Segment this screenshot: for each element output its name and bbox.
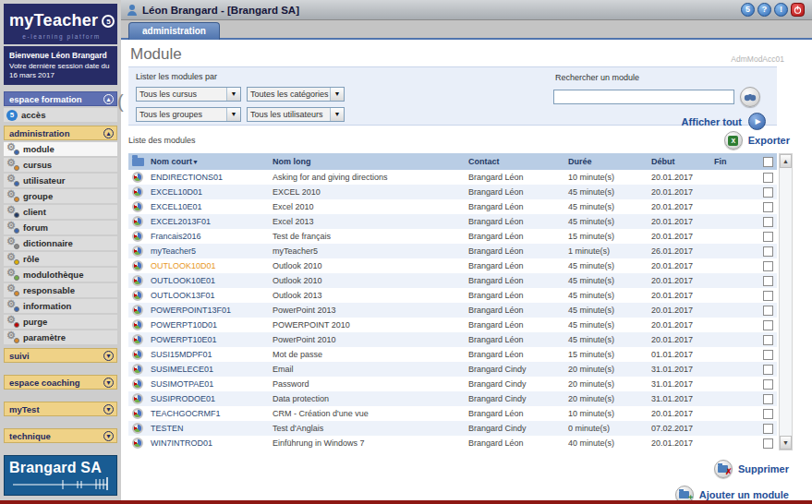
- table-row[interactable]: OUTLOOK10E01 Outlook 2010 Brangard Léon …: [128, 273, 777, 288]
- row-checkbox[interactable]: [763, 187, 773, 198]
- row-checkbox[interactable]: [763, 276, 773, 286]
- info-icon[interactable]: !: [774, 3, 788, 17]
- utilisateur-select[interactable]: Tous les utilisateurs ▼: [247, 107, 345, 122]
- play-icon[interactable]: ▶: [748, 113, 766, 130]
- cell-contact: Brangard Léon: [465, 303, 564, 318]
- row-checkbox[interactable]: [763, 409, 773, 419]
- cell-debut: 20.01.2017: [648, 288, 710, 303]
- sidebar-item-responsable[interactable]: ⚙responsable: [4, 283, 117, 297]
- sidebar-section-mytest[interactable]: myTest▼: [4, 402, 117, 416]
- row-checkbox[interactable]: [763, 217, 773, 227]
- cell-debut: 20.01.2017: [648, 170, 710, 185]
- row-checkbox[interactable]: [763, 350, 773, 360]
- cell-nom-court: SUSIPRODOE01: [151, 394, 215, 403]
- table-row[interactable]: POWERPT10D01 POWERPOINT 2010 Brangard Lé…: [128, 318, 777, 332]
- col-nom-court[interactable]: Nom court▼: [147, 153, 269, 170]
- badge-5-icon[interactable]: 5: [741, 3, 755, 17]
- table-row[interactable]: SUSIMOTPAE01 Password Brangard Cindy 20 …: [128, 377, 777, 391]
- delete-button[interactable]: ✗ Supprimer: [714, 460, 789, 478]
- sidebar-item-modulotheque[interactable]: ⚙modulothèque: [4, 268, 117, 282]
- table-row[interactable]: POWERPOINT13F01 PowerPoint 2013 Brangard…: [128, 303, 777, 318]
- table-row[interactable]: SUSIMELECE01 Email Brangard Cindy 20 min…: [128, 362, 777, 377]
- sidebar-section-espace-formation[interactable]: espace formation▲: [4, 91, 117, 106]
- table-row[interactable]: EXCEL10D01 EXCEL 2010 Brangard Léon 45 m…: [128, 185, 777, 199]
- scroll-up-icon[interactable]: ▲: [780, 154, 792, 168]
- sidebar-item-purge[interactable]: ⚙purge: [4, 315, 117, 329]
- sidebar-section-espace-coaching[interactable]: espace coaching▼: [4, 375, 117, 390]
- row-checkbox[interactable]: [763, 232, 773, 242]
- row-checkbox[interactable]: [763, 246, 773, 257]
- row-checkbox[interactable]: [763, 438, 773, 449]
- table-row[interactable]: SUSI15MDPF01 Mot de passe Brangard Léon …: [128, 347, 777, 362]
- table-row[interactable]: TEACHGOCRMF1 CRM - Création d'une vue Br…: [128, 406, 777, 421]
- search-input[interactable]: [553, 90, 734, 104]
- row-checkbox[interactable]: [763, 394, 773, 404]
- chevron-down-icon[interactable]: ▼: [226, 88, 240, 101]
- table-row[interactable]: EXCEL2013F01 Excel 2013 Brangard Léon 45…: [128, 214, 777, 229]
- sidebar-item-cursus[interactable]: ⚙cursus: [4, 158, 117, 172]
- col-duree[interactable]: Durée: [564, 153, 648, 170]
- select-all-checkbox[interactable]: [763, 157, 773, 167]
- row-checkbox[interactable]: [763, 335, 773, 345]
- chevron-down-icon[interactable]: ▼: [330, 108, 344, 121]
- col-contact[interactable]: Contact: [465, 153, 564, 170]
- table-scrollbar[interactable]: ▲ ▼: [779, 153, 793, 450]
- help-icon[interactable]: ?: [757, 3, 771, 17]
- table-row[interactable]: OUTLOOK13F01 Outlook 2013 Brangard Léon …: [128, 288, 777, 303]
- col-debut[interactable]: Début: [648, 153, 710, 170]
- col-nom-long[interactable]: Nom long: [269, 153, 465, 170]
- chevron-down-icon[interactable]: ▼: [226, 108, 240, 121]
- sidebar-item-role[interactable]: ⚙rôle: [4, 252, 117, 266]
- export-button[interactable]: X Exporter: [724, 131, 790, 150]
- table-row[interactable]: SUSIPRODOE01 Data protection Brangard Ci…: [128, 391, 777, 406]
- table-row[interactable]: Francais2016 Test de français Brangard L…: [128, 229, 777, 244]
- row-checkbox[interactable]: [763, 320, 773, 330]
- table-row[interactable]: WIN7INTROD01 Einführung in Windows 7 Bra…: [128, 436, 777, 450]
- search-button[interactable]: [740, 87, 760, 107]
- categorie-select[interactable]: Toutes les catégories ▼: [247, 87, 345, 102]
- row-checkbox[interactable]: [763, 424, 773, 434]
- row-checkbox[interactable]: [763, 306, 773, 316]
- table-row[interactable]: TESTEN Test d'Anglais Brangard Cindy 0 m…: [128, 421, 777, 436]
- table-row[interactable]: myTeacher5 myTeacher5 Brangard Léon 1 mi…: [128, 244, 777, 258]
- row-checkbox[interactable]: [763, 365, 773, 375]
- sidebar-section-administration[interactable]: administration▲: [4, 126, 117, 140]
- row-checkbox[interactable]: [763, 379, 773, 390]
- cell-nom-long: CRM - Création d'une vue: [269, 406, 465, 421]
- sidebar-item-information[interactable]: ⚙information: [4, 299, 117, 313]
- expand-icon[interactable]: ▼: [103, 431, 114, 441]
- row-checkbox[interactable]: [763, 261, 773, 271]
- col-fin[interactable]: Fin: [710, 153, 758, 170]
- sidebar-item-forum[interactable]: ⚙forum: [4, 221, 117, 234]
- cell-fin: [710, 332, 758, 347]
- sidebar-item-client[interactable]: ⚙client: [4, 205, 117, 219]
- sidebar-item-parametre[interactable]: ⚙paramètre: [4, 330, 117, 344]
- cursus-select[interactable]: Tous les cursus ▼: [136, 87, 241, 102]
- row-checkbox[interactable]: [763, 291, 773, 301]
- groupe-select[interactable]: Tous les groupes ▼: [136, 107, 241, 122]
- sidebar-section-technique[interactable]: technique▼: [4, 428, 117, 443]
- sidebar-item-dictionnaire[interactable]: ⚙dictionnaire: [4, 236, 117, 250]
- sidebar-item-module[interactable]: ⚙module: [4, 142, 117, 156]
- chevron-down-icon[interactable]: ▼: [330, 88, 344, 101]
- scroll-down-icon[interactable]: ▼: [780, 436, 792, 450]
- table-row[interactable]: ENDIRECTIONS01 Asking for and giving dir…: [128, 170, 777, 185]
- table-row[interactable]: OUTLOOK10D01 Outlook 2010 Brangard Léon …: [128, 258, 777, 273]
- row-checkbox[interactable]: [763, 202, 773, 212]
- show-all-link[interactable]: Afficher tout: [682, 116, 742, 127]
- sidebar-item-groupe[interactable]: ⚙groupe: [4, 189, 117, 203]
- sidebar-item-utilisateur[interactable]: ⚙utilisateur: [4, 174, 117, 187]
- collapse-icon[interactable]: ▲: [103, 128, 114, 138]
- collapse-icon[interactable]: ▲: [103, 94, 114, 104]
- tab-administration[interactable]: administration: [128, 22, 220, 40]
- logout-icon[interactable]: [791, 3, 805, 17]
- row-checkbox[interactable]: [763, 173, 773, 183]
- expand-icon[interactable]: ▼: [103, 378, 114, 388]
- expand-icon[interactable]: ▼: [103, 351, 114, 361]
- table-row[interactable]: POWERPT10E01 PowerPoint 2010 Brangard Lé…: [128, 332, 777, 347]
- table-row[interactable]: EXCEL10E01 Excel 2010 Brangard Léon 45 m…: [128, 199, 777, 214]
- sidebar-collapse-handle[interactable]: (: [117, 91, 124, 113]
- sidebar-section-suivi[interactable]: suivi▼: [4, 348, 117, 363]
- sidebar-item-acces[interactable]: 5accès: [4, 108, 117, 122]
- expand-icon[interactable]: ▼: [103, 404, 114, 414]
